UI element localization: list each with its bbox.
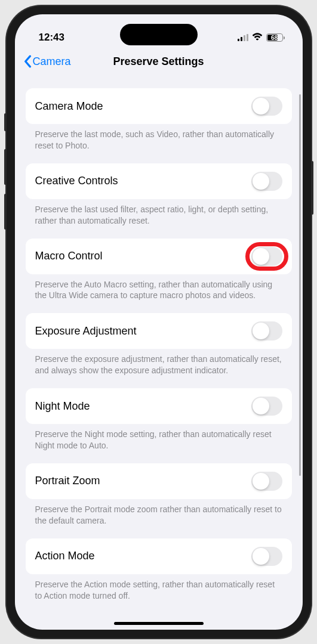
settings-list[interactable]: Camera Mode Preserve the last mode, such…: [15, 78, 303, 623]
toggle-night-mode[interactable]: [251, 397, 282, 416]
nav-header: Camera Preserve Settings: [15, 49, 303, 78]
setting-description: Preserve the Action mode setting, rather…: [26, 574, 292, 602]
setting-description: Preserve the exposure adjustment, rather…: [26, 349, 292, 376]
toggle-exposure-adjustment[interactable]: [251, 321, 282, 340]
side-button: [4, 113, 7, 131]
setting-group: Exposure Adjustment Preserve the exposur…: [26, 313, 292, 376]
side-button: [311, 161, 313, 215]
setting-label: Creative Controls: [35, 175, 118, 187]
phone-frame: 12:43 68: [7, 6, 311, 638]
status-time: 12:43: [39, 32, 64, 44]
back-label: Camera: [33, 55, 71, 68]
side-button: [4, 194, 7, 230]
page-title: Preserve Settings: [113, 55, 204, 68]
toggle-camera-mode[interactable]: [251, 97, 282, 116]
setting-label: Action Mode: [35, 550, 95, 562]
setting-group: Creative Controls Preserve the last used…: [26, 163, 292, 227]
toggle-knob: [253, 173, 269, 190]
setting-description: Preserve the last used filter, aspect ra…: [26, 199, 292, 227]
toggle-knob: [253, 98, 269, 114]
setting-camera-mode: Camera Mode: [26, 88, 292, 124]
toggle-knob: [253, 548, 269, 565]
scroll-indicator[interactable]: [299, 94, 301, 476]
setting-label: Exposure Adjustment: [35, 325, 137, 338]
setting-label: Macro Control: [35, 250, 103, 262]
back-button[interactable]: Camera: [23, 55, 71, 68]
setting-description: Preserve the last mode, such as Video, r…: [26, 124, 292, 151]
screen: 12:43 68: [15, 14, 303, 630]
signal-icon: [238, 34, 248, 41]
toggle-action-mode[interactable]: [251, 547, 282, 566]
toggle-knob: [253, 248, 269, 265]
toggle-knob: [253, 323, 269, 339]
side-button: [4, 149, 7, 185]
setting-exposure-adjustment: Exposure Adjustment: [26, 313, 292, 349]
dynamic-island: [120, 24, 198, 45]
setting-group: Night Mode Preserve the Night mode setti…: [26, 388, 292, 451]
toggle-macro-control[interactable]: [251, 247, 282, 266]
toggle-knob: [253, 473, 269, 490]
setting-group: Portrait Zoom Preserve the Portrait mode…: [26, 463, 292, 527]
setting-label: Camera Mode: [35, 100, 103, 113]
setting-creative-controls: Creative Controls: [26, 163, 292, 199]
setting-description: Preserve the Portrait mode zoom rather t…: [26, 499, 292, 527]
setting-label: Night Mode: [35, 400, 90, 413]
setting-group: Action Mode Preserve the Action mode set…: [26, 538, 292, 602]
toggle-portrait-zoom[interactable]: [251, 472, 282, 491]
setting-action-mode: Action Mode: [26, 538, 292, 574]
chevron-left-icon: [23, 55, 32, 68]
home-indicator[interactable]: [114, 622, 204, 625]
setting-portrait-zoom: Portrait Zoom: [26, 463, 292, 499]
setting-group: Macro Control Preserve the Auto Macro se…: [26, 239, 292, 302]
setting-night-mode: Night Mode: [26, 388, 292, 424]
setting-macro-control: Macro Control: [26, 239, 292, 274]
wifi-icon: [252, 32, 263, 43]
battery-icon: 68: [266, 33, 285, 42]
setting-group: Camera Mode Preserve the last mode, such…: [26, 88, 292, 151]
setting-description: Preserve the Night mode setting, rather …: [26, 424, 292, 451]
toggle-creative-controls[interactable]: [251, 172, 282, 191]
setting-label: Portrait Zoom: [35, 475, 100, 487]
toggle-knob: [253, 398, 269, 414]
status-icons: 68: [238, 32, 285, 43]
setting-description: Preserve the Auto Macro setting, rather …: [26, 274, 292, 302]
